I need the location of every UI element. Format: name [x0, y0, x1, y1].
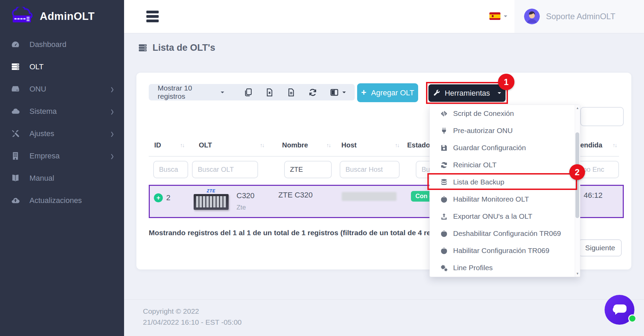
column-header-host[interactable]: Host — [341, 141, 356, 149]
menu-item-deshabilitar-configuracion-tr069[interactable]: Deshabilitar Configuración TR069 — [430, 225, 580, 242]
chevron-right-icon: › — [111, 149, 114, 163]
pdf-export-icon[interactable] — [287, 88, 296, 97]
pagination-next-button[interactable]: Siguiente — [579, 239, 622, 256]
power-icon — [440, 230, 448, 238]
brand[interactable]: AdminOLT — [0, 0, 124, 33]
sidebar-item-label: ONU — [29, 85, 46, 94]
table-search-input[interactable] — [580, 107, 624, 126]
sort-icon[interactable]: ↑↓ — [260, 142, 264, 148]
filter-olt-input[interactable] — [192, 161, 258, 178]
sidebar-item-manual[interactable]: Manual — [0, 167, 124, 189]
menu-item-label: Habilitar Configuración TR069 — [453, 247, 549, 255]
column-header-estado[interactable]: Estado — [407, 141, 430, 149]
sidebar-item-olt[interactable]: OLT — [0, 56, 124, 78]
gears-icon — [440, 264, 448, 272]
cloud-icon — [10, 107, 21, 116]
menu-item-label: Line Profiles — [453, 264, 493, 272]
tools-dropdown-button[interactable]: Herramientas — [428, 84, 506, 102]
refresh-icon[interactable] — [308, 88, 317, 97]
menu-item-habilitar-configuracion-tr069[interactable]: Habilitar Configuración TR069 — [430, 242, 580, 259]
sort-icon[interactable]: ↑↓ — [326, 142, 330, 148]
footer-datetime: 21/04/2022 16:10 - EST -05:00 — [143, 318, 242, 326]
filter-nombre-input[interactable] — [284, 161, 332, 178]
sidebar-item-empresa[interactable]: Empresa › — [0, 145, 124, 167]
column-header-nombre[interactable]: Nombre — [282, 141, 308, 149]
sort-icon[interactable]: ↑↓ — [612, 142, 617, 148]
sidebar-item-label: OLT — [29, 62, 44, 71]
menu-item-label: Exportar ONU's a la OLT — [453, 212, 532, 220]
sidebar-item-dashboard[interactable]: Dashboard — [0, 33, 124, 56]
add-olt-button[interactable]: + Agregar OLT — [357, 83, 418, 102]
brand-name: AdminOLT — [40, 10, 95, 23]
menu-item-pre-autorizar-onu[interactable]: Pre-autorizar ONU — [430, 122, 580, 139]
copy-icon[interactable] — [243, 88, 253, 97]
menu-item-habilitar-monitoreo-olt[interactable]: Habilitar Monitoreo OLT — [430, 191, 580, 208]
page-title-text: Lista de OLT's — [153, 43, 215, 53]
language-selector[interactable] — [489, 12, 507, 20]
sort-icon[interactable]: ↑↓ — [180, 142, 184, 148]
chat-bubble-icon — [612, 303, 628, 317]
menu-item-label: Reiniciar OLT — [453, 161, 497, 169]
scroll-down-icon[interactable]: ▼ — [575, 272, 580, 275]
footer-divider — [124, 299, 644, 300]
plug-icon — [440, 127, 448, 135]
refresh-icon — [440, 161, 448, 169]
olt-device-image: ZTE — [194, 189, 229, 214]
sidebar-item-label: Manual — [29, 174, 54, 183]
sidebar-item-actualizaciones[interactable]: Actualizaciones — [0, 189, 124, 212]
upload-icon — [440, 213, 448, 220]
show-entries-dropdown[interactable]: Mostrar 10 registros — [158, 84, 224, 100]
annotation-step-badge: 2 — [569, 164, 585, 180]
chevron-right-icon: › — [111, 83, 114, 96]
menu-item-script-de-conexion[interactable]: Script de Conexión — [430, 105, 580, 122]
adminolt-logo-icon — [8, 7, 36, 26]
show-entries-label: Mostrar 10 registros — [158, 84, 217, 100]
avatar — [524, 9, 540, 24]
spain-flag-icon — [489, 12, 500, 20]
sidebar-item-ajustes[interactable]: Ajustes › — [0, 122, 124, 145]
database-icon — [440, 178, 448, 186]
cell-id: 2 — [166, 193, 170, 202]
chevron-down-icon — [504, 15, 507, 19]
expand-row-icon[interactable]: + — [154, 193, 163, 202]
sidebar-item-onu[interactable]: ONU › — [0, 78, 124, 100]
menu-item-label: Script de Conexión — [453, 109, 514, 118]
sort-icon[interactable]: ↑↓ — [395, 142, 399, 148]
excel-export-icon[interactable] — [265, 88, 274, 97]
filter-id-input[interactable] — [153, 161, 188, 178]
plus-icon: + — [361, 87, 366, 98]
sidebar-item-sistema[interactable]: Sistema › — [0, 100, 124, 122]
column-visibility-dropdown[interactable] — [330, 88, 346, 97]
save-icon — [440, 144, 448, 152]
dropdown-scrollbar[interactable]: ▲ ▼ — [575, 105, 580, 277]
online-status-dot — [628, 314, 636, 323]
tools-dropdown-menu: Script de Conexión Pre-autorizar ONU Gua… — [429, 105, 580, 277]
topbar: Soporte AdminOLT — [124, 0, 644, 33]
filter-host-input[interactable] — [340, 161, 400, 178]
user-menu[interactable]: Soporte AdminOLT — [514, 0, 644, 33]
cloud-upload-icon — [10, 196, 21, 205]
cell-nombre: ZTE C320 — [278, 191, 313, 200]
sidebar-item-label: Dashboard — [29, 40, 66, 49]
add-olt-label: Agregar OLT — [371, 88, 414, 97]
sidebar-nav: Dashboard OLT ONU › Sistema › Ajustes › — [0, 33, 124, 212]
adminolt-app: AdminOLT Dashboard OLT ONU › Sistema › — [0, 0, 644, 336]
menu-item-guardar-configuracion[interactable]: Guardar Configuración — [430, 139, 580, 156]
gauge-icon — [10, 40, 21, 49]
menu-item-lista-de-backup[interactable]: Lista de Backup — [430, 173, 580, 191]
footer-copyright: Copyright © 2022 — [143, 307, 199, 315]
chevron-down-icon — [221, 92, 224, 95]
chevron-right-icon: › — [111, 127, 114, 140]
menu-item-exportar-onus-a-la-olt[interactable]: Exportar ONU's a la OLT — [430, 208, 580, 225]
columns-icon — [330, 88, 339, 97]
column-header-id[interactable]: ID — [154, 141, 161, 149]
user-name: Soporte AdminOLT — [546, 12, 615, 21]
menu-item-line-profiles[interactable]: Line Profiles — [430, 259, 580, 276]
menu-item-reiniciar-olt[interactable]: Reiniciar OLT — [430, 156, 580, 173]
scroll-up-icon[interactable]: ▲ — [575, 106, 580, 110]
sidebar-item-label: Empresa — [29, 152, 60, 160]
power-icon — [440, 247, 448, 255]
column-header-olt[interactable]: OLT — [199, 141, 212, 149]
hamburger-menu-icon[interactable] — [146, 11, 159, 24]
zte-logo: ZTE — [194, 189, 229, 193]
